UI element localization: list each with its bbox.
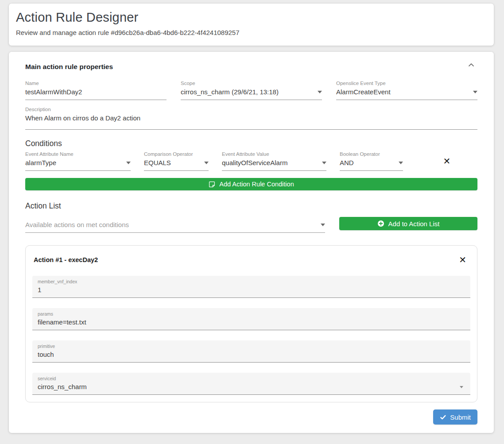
add-condition-button[interactable]: Add Action Rule Condition (25, 178, 477, 190)
name-field-value: testAlarmWithDay2 (25, 88, 82, 96)
boolean-operator-value: AND (340, 159, 354, 167)
add-to-action-list-button[interactable]: Add to Action List (339, 217, 477, 230)
param-member-vnf-index-field[interactable]: member_vnf_index 1 (32, 276, 470, 298)
param-label: serviceid (38, 376, 465, 382)
submit-button[interactable]: Submit (433, 409, 477, 425)
param-label: member_vnf_index (38, 279, 465, 285)
param-value: 1 (38, 286, 41, 294)
action-card-title: Action #1 - execDay2 (34, 255, 98, 264)
condition-row: Event Attribute Name alarmType Compariso… (25, 151, 477, 171)
action-list-controls: Available actions on met conditions Add … (25, 217, 477, 233)
caret-down-icon (473, 91, 477, 96)
check-icon (440, 414, 446, 421)
name-field[interactable]: Name testAlarmWithDay2 (25, 80, 167, 100)
event-attribute-name-value: alarmType (25, 159, 56, 167)
remove-condition-button[interactable]: ✕ (441, 156, 454, 166)
event-attribute-name-select[interactable]: Event Attribute Name alarmType (25, 151, 131, 171)
param-value: filename=test.txt (38, 318, 86, 326)
caret-down-icon (460, 386, 463, 390)
remove-action-button[interactable]: ✕ (456, 255, 469, 265)
add-to-action-list-button-label: Add to Action List (388, 220, 440, 228)
event-attribute-name-label: Event Attribute Name (25, 151, 131, 157)
caret-down-icon (399, 162, 403, 166)
event-attribute-value-label: Event Attribute Value (222, 151, 326, 157)
action-card-header: Action #1 - execDay2 ✕ (32, 255, 470, 265)
sticky-note-icon (209, 181, 215, 188)
page: Action Rule Designer Review and manage a… (0, 4, 504, 433)
boolean-operator-label: Boolean Operator (340, 151, 403, 157)
chevron-up-icon[interactable] (468, 62, 475, 70)
scope-select[interactable]: Scope cirros_ns_charm (29/6/21, 13:18) (181, 80, 322, 100)
description-field[interactable]: Description When Alarm on cirros do a Da… (25, 106, 477, 130)
name-field-label: Name (25, 80, 167, 86)
event-type-select-label: Openslice Event Type (336, 80, 477, 86)
param-primitive-field[interactable]: primitive touch (32, 340, 470, 363)
conditions-title: Conditions (25, 139, 477, 148)
param-label: primitive (38, 344, 465, 349)
page-header-card: Action Rule Designer Review and manage a… (9, 4, 494, 46)
properties-row: Name testAlarmWithDay2 Scope cirros_ns_c… (25, 80, 477, 100)
caret-down-icon (318, 91, 322, 96)
action-card: Action #1 - execDay2 ✕ member_vnf_index … (25, 245, 477, 402)
add-condition-button-label: Add Action Rule Condition (219, 181, 294, 188)
comparison-operator-select[interactable]: Comparison Operator EQUALS (144, 151, 209, 171)
param-serviceid-select[interactable]: serviceid cirros_ns_charm (32, 373, 470, 395)
param-label: params (38, 311, 465, 317)
event-attribute-value-select[interactable]: Event Attribute Value qualityOfServiceAl… (222, 151, 326, 171)
comparison-operator-label: Comparison Operator (144, 151, 209, 157)
description-field-value: When Alarm on cirros do a Day2 action (25, 114, 140, 122)
param-params-field[interactable]: params filename=test.txt (32, 308, 470, 330)
description-field-label: Description (25, 106, 477, 112)
caret-down-icon (204, 162, 209, 166)
properties-section-header: Main action rule properties (25, 62, 477, 71)
boolean-operator-select[interactable]: Boolean Operator AND (340, 151, 403, 171)
scope-select-label: Scope (181, 80, 322, 86)
caret-down-icon (321, 224, 325, 228)
comparison-operator-value: EQUALS (144, 159, 171, 167)
rule-designer-card: Main action rule properties Name testAla… (9, 52, 494, 433)
available-actions-select[interactable]: Available actions on met conditions (25, 219, 325, 233)
caret-down-icon (322, 162, 326, 166)
scope-select-value: cirros_ns_charm (29/6/21, 13:18) (181, 88, 279, 96)
event-attribute-value-value: qualityOfServiceAlarm (222, 159, 287, 167)
event-type-select-value: AlarmCreateEvent (336, 88, 391, 96)
plus-circle-icon (377, 220, 384, 227)
caret-down-icon (126, 162, 131, 166)
submit-row: Submit (25, 409, 477, 425)
param-value: touch (38, 351, 54, 359)
event-type-select[interactable]: Openslice Event Type AlarmCreateEvent (336, 80, 477, 100)
param-value: cirros_ns_charm (38, 383, 87, 391)
page-title: Action Rule Designer (16, 10, 487, 25)
available-actions-placeholder: Available actions on met conditions (25, 221, 129, 229)
action-list-title: Action List (25, 201, 477, 211)
page-subtitle: Review and manage action rule #d96cb26a-… (16, 29, 487, 36)
submit-button-label: Submit (450, 413, 471, 421)
properties-section-title: Main action rule properties (25, 62, 113, 71)
